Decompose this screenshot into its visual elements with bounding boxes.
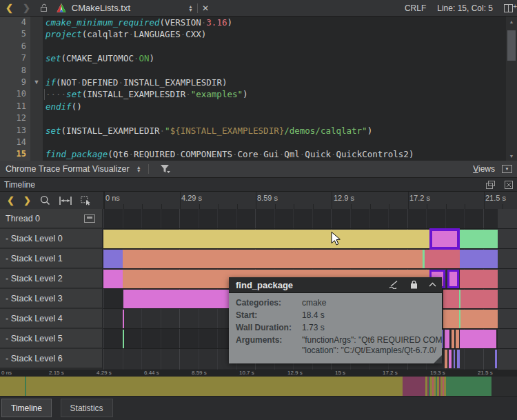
trace-event[interactable] bbox=[456, 330, 459, 348]
document-switcher-icon[interactable]: ▲▼ bbox=[188, 5, 193, 12]
trace-event[interactable] bbox=[123, 250, 423, 268]
trace-event[interactable] bbox=[445, 330, 449, 348]
cursor-position[interactable]: Line: 15, Col: 5 bbox=[437, 3, 493, 13]
line-number: 8 bbox=[0, 65, 30, 77]
trace-event[interactable] bbox=[103, 230, 429, 248]
fold-marker-icon[interactable]: ▼ bbox=[30, 77, 43, 88]
collapse-rows-icon[interactable] bbox=[84, 214, 95, 223]
line-number: 7 bbox=[0, 52, 30, 64]
close-panel-icon[interactable] bbox=[505, 181, 513, 189]
ruler-tick bbox=[408, 192, 409, 209]
ruler-tick bbox=[503, 204, 503, 209]
overview-ruler-label: 4.29 s bbox=[97, 370, 112, 376]
trace-event[interactable] bbox=[443, 310, 498, 328]
trace-event[interactable] bbox=[103, 270, 123, 288]
tooltip-resize-grip[interactable] bbox=[434, 355, 442, 363]
prev-event-icon[interactable]: ❮ bbox=[7, 195, 14, 206]
close-document-icon[interactable]: ✕ bbox=[202, 3, 209, 13]
overview-band bbox=[25, 377, 26, 396]
stack-level-row-label[interactable]: - Stack Level 5 bbox=[0, 329, 102, 348]
tab-statistics[interactable]: Statistics bbox=[61, 399, 113, 417]
editor-fold-column[interactable]: ▼ bbox=[30, 17, 43, 161]
trace-event[interactable] bbox=[123, 330, 124, 348]
ruler-label: 17.2 s bbox=[409, 194, 430, 202]
views-menu[interactable]: V/* text set below */iews bbox=[473, 164, 495, 174]
ruler-tick bbox=[104, 192, 105, 209]
stack-level-row-label[interactable]: - Stack Level 6 bbox=[0, 349, 102, 368]
trace-event[interactable] bbox=[429, 228, 460, 250]
trace-event[interactable] bbox=[452, 330, 454, 348]
trace-event[interactable] bbox=[460, 230, 498, 248]
ruler-tick bbox=[161, 204, 162, 209]
ruler-tick bbox=[370, 204, 371, 209]
trace-event[interactable] bbox=[447, 270, 459, 288]
forward-icon[interactable]: ❯ bbox=[23, 0, 30, 17]
split-editor-icon[interactable]: + bbox=[504, 4, 513, 12]
next-event-icon[interactable]: ❯ bbox=[23, 195, 31, 206]
fold-column-cell bbox=[30, 101, 43, 112]
fold-column-cell bbox=[30, 65, 43, 77]
filter-icon[interactable] bbox=[160, 164, 171, 174]
editor-scrollbar[interactable]: ▲ ▼ bbox=[506, 17, 517, 161]
trace-event[interactable] bbox=[460, 250, 498, 268]
zoom-search-icon[interactable] bbox=[40, 195, 50, 206]
timeline-ruler[interactable]: 0 ns4.29 s8.59 s12.9 s17.2 s21.5 s bbox=[103, 192, 517, 209]
trace-event[interactable] bbox=[123, 310, 124, 328]
trace-event[interactable] bbox=[495, 350, 497, 368]
trace-event[interactable] bbox=[460, 270, 498, 288]
visualizer-combobox[interactable]: Chrome Trace Format Visualizer ▲▼ bbox=[6, 164, 141, 174]
stack-level-row-label[interactable]: - Stack Level 3 bbox=[0, 289, 102, 308]
overview-ruler-label: 17.2 s bbox=[383, 370, 398, 376]
tab-timeline[interactable]: Timeline bbox=[1, 399, 52, 417]
editor-gutter: 456789101112131415 bbox=[0, 17, 30, 161]
lock-icon[interactable] bbox=[40, 0, 48, 17]
scroll-up-icon[interactable]: ▲ bbox=[506, 17, 517, 26]
collapse-tooltip-icon[interactable] bbox=[429, 282, 436, 287]
stack-level-row-label[interactable]: - Stack Level 0 bbox=[0, 229, 102, 248]
ruler-tick bbox=[294, 204, 294, 209]
timeline-ruler-row: ❮ ❯ 0 ns4.29 s8.59 s12.9 s17.2 s21.5 s bbox=[0, 192, 517, 209]
overview-ruler-label: 0 ns bbox=[1, 370, 12, 376]
code-line: set(CMAKE_AUTOMOC·ON) bbox=[45, 52, 506, 64]
back-icon[interactable]: ❮ bbox=[6, 0, 13, 17]
tooltip-header[interactable]: find_package bbox=[229, 277, 442, 293]
plot-row-background bbox=[103, 209, 517, 229]
trace-event[interactable] bbox=[460, 330, 496, 348]
range-select-icon[interactable] bbox=[81, 196, 91, 206]
overview-band bbox=[403, 377, 425, 396]
fold-column-cell bbox=[30, 137, 43, 148]
annotate-pen-icon[interactable] bbox=[388, 280, 399, 289]
trace-event[interactable] bbox=[459, 310, 460, 328]
editor-code-area[interactable]: cmake_minimum_required(VERSION·3.16)proj… bbox=[45, 17, 506, 161]
trace-event[interactable] bbox=[425, 250, 460, 268]
pin-lock-icon[interactable] bbox=[410, 280, 418, 289]
ruler-tick bbox=[313, 204, 314, 209]
trace-event[interactable] bbox=[457, 350, 460, 368]
thread-row-label[interactable]: Thread 0 bbox=[0, 209, 102, 228]
stack-level-row-label[interactable]: - Stack Level 4 bbox=[0, 309, 102, 328]
ruler-tick bbox=[237, 204, 238, 209]
timeline-panel-titlebar: Timeline bbox=[0, 178, 517, 192]
trace-event[interactable] bbox=[449, 350, 452, 368]
ruler-tick bbox=[465, 204, 465, 209]
ruler-tick bbox=[123, 204, 124, 209]
views-dropdown-icon[interactable]: ▼ bbox=[502, 165, 512, 173]
trace-event[interactable] bbox=[459, 290, 460, 308]
scroll-down-icon[interactable]: ▼ bbox=[506, 151, 517, 161]
overview-ruler-label: 21.5 s bbox=[478, 370, 493, 376]
scrollbar-thumb[interactable] bbox=[507, 30, 516, 61]
eol-indicator[interactable]: CRLF bbox=[405, 3, 426, 13]
trace-event[interactable] bbox=[454, 350, 455, 368]
trace-event[interactable] bbox=[442, 330, 443, 348]
fit-width-icon[interactable] bbox=[59, 197, 72, 205]
stack-level-row-label[interactable]: - Stack Level 2 bbox=[0, 269, 102, 288]
trace-event[interactable] bbox=[445, 350, 447, 368]
overview-ruler-label: 8.59 s bbox=[192, 370, 207, 376]
line-number: 4 bbox=[0, 17, 30, 28]
trace-event[interactable] bbox=[443, 290, 498, 308]
stack-level-row-label[interactable]: - Stack Level 1 bbox=[0, 249, 102, 268]
overview-strip[interactable] bbox=[0, 377, 517, 396]
float-panel-icon[interactable] bbox=[486, 181, 495, 189]
trace-event[interactable] bbox=[103, 250, 123, 268]
code-editor[interactable]: 456789101112131415 ▼ cmake_minimum_requi… bbox=[0, 17, 517, 161]
